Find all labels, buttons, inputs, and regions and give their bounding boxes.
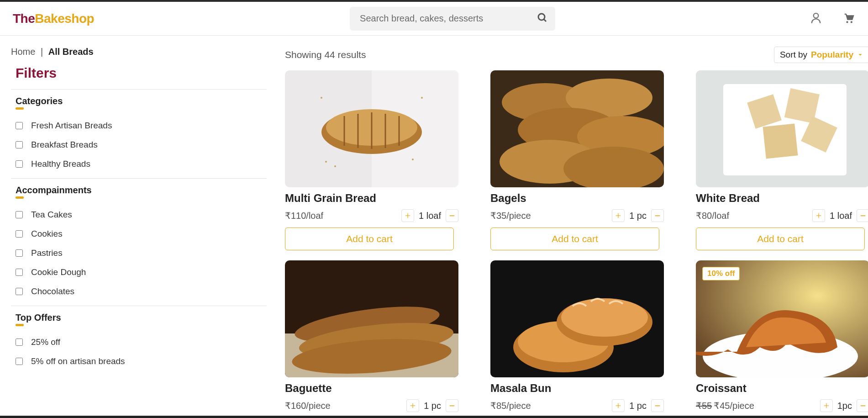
svg-point-17 bbox=[421, 97, 423, 99]
checkbox[interactable] bbox=[16, 160, 23, 168]
qty-value: 1 loaf bbox=[417, 211, 443, 221]
qty-value: 1pc bbox=[836, 401, 854, 411]
product-image[interactable] bbox=[696, 70, 868, 187]
qty-plus-button[interactable] bbox=[820, 399, 833, 412]
product-card: White Bread ₹80/loaf 1 loaf Add to cart bbox=[696, 70, 868, 250]
qty-plus-button[interactable] bbox=[612, 399, 625, 412]
product-price: ₹85/piece bbox=[490, 400, 531, 411]
product-image[interactable]: 10% off bbox=[696, 260, 868, 377]
filter-item-cookies[interactable]: Cookies bbox=[16, 224, 262, 243]
breadcrumb-current: All Breads bbox=[48, 47, 94, 57]
logo[interactable]: TheBakeshop bbox=[13, 11, 94, 26]
filter-item-pastries[interactable]: Pastries bbox=[16, 243, 262, 263]
product-image[interactable] bbox=[490, 260, 664, 377]
checkbox[interactable] bbox=[16, 249, 23, 257]
svg-point-14 bbox=[325, 161, 327, 163]
qty-minus-button[interactable] bbox=[857, 399, 868, 412]
plus-icon bbox=[615, 212, 621, 219]
bread-icon bbox=[285, 70, 458, 187]
product-title: Masala Bun bbox=[490, 382, 664, 395]
qty-value: 1 pc bbox=[627, 211, 648, 221]
checkbox[interactable] bbox=[16, 358, 23, 365]
product-title: Baguette bbox=[285, 382, 458, 395]
cart-icon[interactable] bbox=[842, 11, 855, 26]
checkbox[interactable] bbox=[16, 122, 23, 129]
qty-minus-button[interactable] bbox=[651, 399, 664, 412]
search-icon[interactable] bbox=[537, 12, 548, 25]
filter-item-cookie-dough[interactable]: Cookie Dough bbox=[16, 263, 262, 282]
accent-bar-icon bbox=[16, 196, 24, 199]
result-count: Showing 44 results bbox=[285, 49, 366, 60]
qty-minus-button[interactable] bbox=[857, 209, 868, 222]
plus-icon bbox=[615, 402, 621, 409]
user-icon[interactable] bbox=[810, 11, 822, 26]
current-price: ₹45/piece bbox=[714, 401, 754, 411]
svg-point-15 bbox=[334, 165, 336, 167]
product-title: Croissant bbox=[696, 382, 868, 395]
add-to-cart-button[interactable]: Add to cart bbox=[285, 228, 454, 250]
accent-bar-icon bbox=[16, 324, 24, 326]
breadcrumb-home[interactable]: Home bbox=[11, 47, 35, 57]
filters-title: Filters bbox=[16, 65, 267, 81]
checkbox[interactable] bbox=[16, 288, 23, 295]
add-to-cart-button[interactable]: Add to cart bbox=[490, 228, 659, 250]
filter-item-breakfast-breads[interactable]: Breakfast Breads bbox=[16, 135, 262, 154]
checkbox[interactable] bbox=[16, 339, 23, 346]
filter-item-fresh-artisan[interactable]: Fresh Artisan Breads bbox=[16, 116, 262, 135]
filter-item-25-off[interactable]: 25% off bbox=[16, 333, 262, 352]
minus-icon bbox=[654, 212, 661, 219]
filter-categories-title: Categories bbox=[16, 96, 262, 106]
discount-badge: 10% off bbox=[702, 267, 740, 280]
checkbox[interactable] bbox=[16, 211, 23, 218]
product-grid: Multi Grain Bread ₹110/loaf 1 loaf Add t… bbox=[285, 70, 868, 412]
qty-plus-button[interactable] bbox=[401, 209, 414, 222]
quantity-stepper: 1pc bbox=[820, 399, 868, 412]
product-image[interactable] bbox=[490, 70, 664, 187]
checkbox[interactable] bbox=[16, 269, 23, 276]
baguette-icon bbox=[285, 260, 458, 377]
add-to-cart-button[interactable]: Add to cart bbox=[696, 228, 865, 250]
accent-bar-icon bbox=[16, 107, 24, 110]
product-card: 10% off Croissant ₹55₹45/piece 1pc bbox=[696, 260, 868, 412]
product-image[interactable] bbox=[285, 260, 458, 377]
product-title: Multi Grain Bread bbox=[285, 192, 458, 205]
product-image[interactable] bbox=[285, 70, 458, 187]
product-card: Baguette ₹160/piece 1 pc bbox=[285, 260, 458, 412]
breadcrumb: Home | All Breads bbox=[11, 47, 267, 57]
checkbox[interactable] bbox=[16, 230, 23, 238]
svg-point-0 bbox=[538, 14, 545, 20]
filter-item-tea-cakes[interactable]: Tea Cakes bbox=[16, 205, 262, 224]
checkbox[interactable] bbox=[16, 141, 23, 148]
qty-value: 1 pc bbox=[627, 401, 648, 411]
minus-icon bbox=[860, 212, 866, 219]
search-input[interactable] bbox=[350, 7, 555, 31]
sort-dropdown[interactable]: Sort by Popularity bbox=[774, 47, 868, 63]
sidebar: Home | All Breads Filters Categories Fre… bbox=[11, 47, 267, 412]
footer-bar bbox=[0, 416, 868, 418]
content: Showing 44 results Sort by Popularity bbox=[285, 47, 868, 412]
plus-icon bbox=[405, 212, 411, 219]
qty-minus-button[interactable] bbox=[446, 399, 458, 412]
plus-icon bbox=[410, 402, 416, 409]
qty-value: 1 pc bbox=[422, 401, 443, 411]
qty-plus-button[interactable] bbox=[406, 399, 419, 412]
qty-minus-button[interactable] bbox=[446, 209, 458, 222]
filter-offers-title: Top Offers bbox=[16, 312, 262, 323]
qty-minus-button[interactable] bbox=[651, 209, 664, 222]
filter-offers: Top Offers 25% off 5% off on artisan bre… bbox=[11, 306, 267, 376]
minus-icon bbox=[449, 402, 455, 409]
filter-item-chocolates[interactable]: Chocolates bbox=[16, 282, 262, 301]
original-price: ₹55 bbox=[696, 401, 712, 411]
product-price: ₹110/loaf bbox=[285, 210, 323, 221]
qty-plus-button[interactable] bbox=[612, 209, 625, 222]
product-title: White Bread bbox=[696, 192, 868, 205]
plus-icon bbox=[815, 212, 822, 219]
svg-point-3 bbox=[846, 21, 848, 23]
filter-item-5-off[interactable]: 5% off on artisan breads bbox=[16, 352, 262, 371]
search-wrap bbox=[350, 7, 555, 31]
logo-part2: Bakeshop bbox=[35, 11, 94, 26]
product-title: Bagels bbox=[490, 192, 664, 205]
filter-item-healthy-breads[interactable]: Healthy Breads bbox=[16, 154, 262, 174]
qty-plus-button[interactable] bbox=[812, 209, 825, 222]
svg-line-1 bbox=[544, 19, 546, 21]
